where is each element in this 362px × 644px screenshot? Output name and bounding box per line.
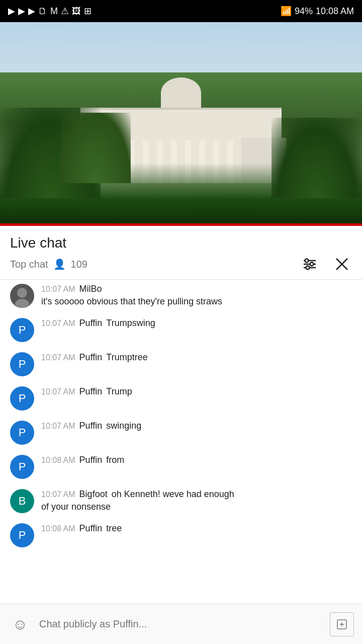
message-time: 10:08 AM bbox=[41, 456, 75, 465]
svg-point-8 bbox=[17, 288, 27, 298]
chat-message: P 10:07 AM Puffin swinging bbox=[0, 416, 362, 450]
chat-header-icons bbox=[300, 254, 352, 274]
message-content: 10:08 AM Puffin from bbox=[41, 455, 352, 465]
chat-message: P 10:07 AM Puffin Trumptree bbox=[0, 347, 362, 381]
svg-point-3 bbox=[310, 263, 314, 266]
avatar: P bbox=[10, 318, 34, 342]
message-text: it's sooooo obvious that they're pulling… bbox=[41, 295, 352, 308]
status-right: 📶 94% 10:08 AM bbox=[281, 6, 354, 17]
message-meta: 10:08 AM Puffin tree bbox=[41, 523, 352, 534]
message-content: 10:08 AM Puffin tree bbox=[41, 523, 352, 534]
message-time: 10:07 AM bbox=[41, 490, 75, 499]
viewers-icon: 👤 bbox=[53, 258, 66, 270]
avatar: P bbox=[10, 421, 34, 445]
avatar bbox=[10, 284, 34, 308]
avatar: P bbox=[10, 523, 34, 547]
message-author: Puffin bbox=[79, 386, 103, 397]
play-icon: ▶ bbox=[8, 6, 15, 17]
viewers-count: 109 bbox=[71, 259, 87, 270]
message-text: Trumpswing bbox=[106, 318, 155, 329]
status-left: ▶ ▶ ▶ 🗋 M ⚠ 🖼 ⊞ bbox=[8, 6, 92, 17]
time-text: 10:08 AM bbox=[316, 6, 354, 17]
youtube2-icon: ▶ bbox=[28, 6, 35, 17]
svg-point-1 bbox=[305, 259, 309, 263]
video-area[interactable] bbox=[0, 22, 362, 223]
mastodon-icon: M bbox=[50, 6, 58, 17]
live-chat-panel: Live chat Top chat 👤 109 bbox=[0, 226, 362, 644]
message-content: 10:07 AM Puffin Trumpswing bbox=[41, 318, 352, 329]
message-content: 10:07 AM Puffin swinging bbox=[41, 421, 352, 431]
avatar: P bbox=[10, 352, 34, 376]
close-button[interactable] bbox=[332, 254, 352, 274]
avatar: P bbox=[10, 386, 34, 411]
message-text: tree bbox=[106, 523, 122, 534]
message-meta: 10:07 AM MilBo bbox=[41, 284, 352, 294]
message-text: Trumptree bbox=[106, 352, 147, 363]
filter-button[interactable] bbox=[300, 254, 320, 274]
live-chat-title: Live chat bbox=[10, 235, 352, 251]
message-content: 10:07 AM MilBo it's sooooo obvious that … bbox=[41, 284, 352, 308]
message-meta: 10:07 AM Puffin Trumptree bbox=[41, 352, 352, 363]
message-text-continuation: of your nonsense bbox=[41, 501, 352, 513]
chat-subtitle-left: Top chat 👤 109 bbox=[10, 258, 87, 270]
message-meta: 10:07 AM Bigfoot oh Kenneth! weve had en… bbox=[41, 489, 352, 500]
message-time: 10:07 AM bbox=[41, 319, 75, 328]
message-content: 10:07 AM Bigfoot oh Kenneth! weve had en… bbox=[41, 489, 352, 513]
file-icon: 🗋 bbox=[38, 6, 47, 17]
sky bbox=[0, 22, 362, 72]
message-time: 10:07 AM bbox=[41, 353, 75, 362]
message-text-inline: oh Kenneth! weve had enough bbox=[112, 489, 234, 500]
avatar: B bbox=[10, 489, 34, 513]
chat-message: P 10:07 AM Puffin Trump bbox=[0, 381, 362, 416]
message-author: Puffin bbox=[79, 318, 103, 329]
top-chat-label[interactable]: Top chat bbox=[10, 259, 48, 270]
chat-message: P 10:08 AM Puffin tree bbox=[0, 518, 362, 552]
message-author: Puffin bbox=[79, 455, 103, 465]
message-author: Puffin bbox=[79, 352, 103, 363]
youtube-icon: ▶ bbox=[18, 6, 25, 17]
status-bar: ▶ ▶ ▶ 🗋 M ⚠ 🖼 ⊞ 📶 94% 10:08 AM bbox=[0, 0, 362, 22]
chat-input-bar: ☺ bbox=[0, 604, 362, 644]
chat-input[interactable] bbox=[39, 618, 323, 630]
message-text: Trump bbox=[106, 386, 132, 397]
send-button[interactable] bbox=[330, 612, 354, 636]
message-text: swinging bbox=[106, 421, 141, 431]
message-time: 10:07 AM bbox=[41, 285, 75, 294]
video-scene bbox=[0, 22, 362, 223]
message-meta: 10:07 AM Puffin Trumpswing bbox=[41, 318, 352, 329]
message-author: Puffin bbox=[79, 421, 103, 431]
grid-icon: ⊞ bbox=[84, 6, 92, 17]
warning-icon: ⚠ bbox=[61, 6, 69, 17]
message-text: from bbox=[106, 455, 124, 465]
chat-message: 10:07 AM MilBo it's sooooo obvious that … bbox=[0, 282, 362, 313]
message-time: 10:07 AM bbox=[41, 387, 75, 396]
chat-message: P 10:07 AM Puffin Trumpswing bbox=[0, 313, 362, 347]
message-meta: 10:08 AM Puffin from bbox=[41, 455, 352, 465]
message-time: 10:08 AM bbox=[41, 524, 75, 533]
chat-header: Live chat Top chat 👤 109 bbox=[0, 226, 362, 280]
message-author: Bigfoot bbox=[79, 489, 108, 500]
svg-point-5 bbox=[306, 266, 310, 270]
battery-text: 94% bbox=[295, 6, 313, 17]
chat-message: B 10:07 AM Bigfoot oh Kenneth! weve had … bbox=[0, 484, 362, 518]
message-author: Puffin bbox=[79, 523, 103, 534]
chat-message: P 10:08 AM Puffin from bbox=[0, 450, 362, 484]
chat-subtitle-row: Top chat 👤 109 bbox=[10, 254, 352, 274]
avatar: P bbox=[10, 455, 34, 479]
message-meta: 10:07 AM Puffin swinging bbox=[41, 421, 352, 431]
chat-messages: 10:07 AM MilBo it's sooooo obvious that … bbox=[0, 280, 362, 604]
message-content: 10:07 AM Puffin Trump bbox=[41, 386, 352, 397]
message-meta: 10:07 AM Puffin Trump bbox=[41, 386, 352, 397]
wifi-icon: 📶 bbox=[281, 6, 292, 17]
message-time: 10:07 AM bbox=[41, 422, 75, 431]
message-author: MilBo bbox=[79, 284, 102, 294]
message-content: 10:07 AM Puffin Trumptree bbox=[41, 352, 352, 363]
image-icon: 🖼 bbox=[72, 6, 81, 17]
emoji-button[interactable]: ☺ bbox=[8, 612, 32, 636]
svg-point-9 bbox=[15, 299, 29, 308]
